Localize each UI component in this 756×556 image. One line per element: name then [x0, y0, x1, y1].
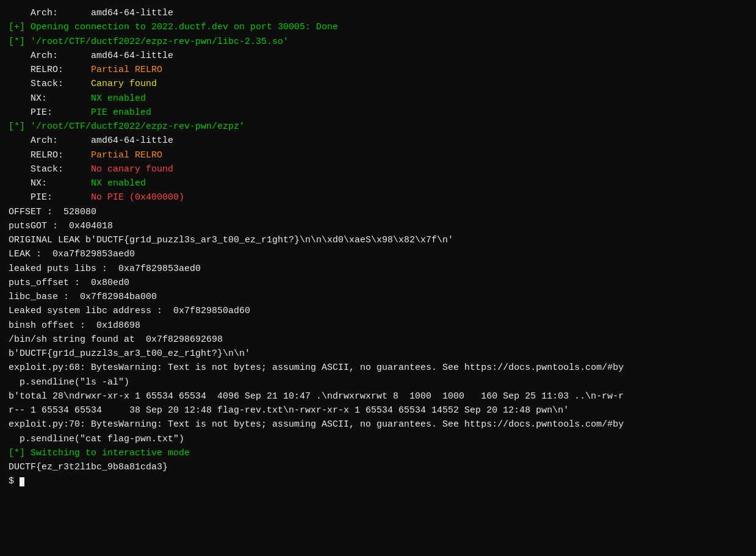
terminal-line: RELRO: Partial RELRO [9, 148, 747, 162]
terminal-line: p.sendline("cat flag-pwn.txt") [9, 432, 747, 446]
terminal-line: [*] Switching to interactive mode [9, 446, 747, 460]
terminal-line: DUCTF{ez_r3t2l1bc_9b8a81cda3} [9, 460, 747, 474]
terminal-line: NX: NX enabled [9, 92, 747, 106]
terminal-line: PIE: PIE enabled [9, 106, 747, 120]
terminal-line: leaked puts libs : 0xa7f829853aed0 [9, 262, 747, 276]
terminal-line: Arch: amd64-64-little [9, 6, 747, 20]
terminal-line: b'DUCTF{gr1d_puzzl3s_ar3_t00_ez_r1ght?}\… [9, 347, 747, 361]
terminal-output: Arch: amd64-64-little[+] Opening connect… [9, 6, 747, 489]
terminal-line: exploit.py:70: BytesWarning: Text is not… [9, 417, 747, 431]
terminal-line: OFFSET : 528080 [9, 205, 747, 219]
terminal-line: r-- 1 65534 65534 38 Sep 20 12:48 flag-r… [9, 403, 747, 417]
terminal-line: b'total 28\ndrwxr-xr-x 1 65534 65534 409… [9, 389, 747, 403]
terminal-line: LEAK : 0xa7f829853aed0 [9, 247, 747, 261]
terminal-line: PIE: No PIE (0x400000) [9, 190, 747, 204]
terminal-line: RELRO: Partial RELRO [9, 63, 747, 77]
terminal-line: ORIGINAL LEAK b'DUCTF{gr1d_puzzl3s_ar3_t… [9, 233, 747, 247]
terminal-line: Arch: amd64-64-little [9, 49, 747, 63]
terminal-line: Arch: amd64-64-little [9, 134, 747, 148]
cursor [20, 477, 24, 486]
terminal-line: Leaked system libc address : 0x7f829850a… [9, 304, 747, 318]
terminal-line: /bin/sh string found at 0x7f8298692698 [9, 333, 747, 347]
terminal-line: Stack: No canary found [9, 162, 747, 176]
terminal-line: Stack: Canary found [9, 77, 747, 91]
terminal-line: [*] '/root/CTF/ductf2022/ezpz-rev-pwn/ez… [9, 120, 747, 134]
terminal-line: p.sendline("ls -al") [9, 375, 747, 389]
terminal-line: putsGOT : 0x404018 [9, 219, 747, 233]
terminal-line: [*] '/root/CTF/ductf2022/ezpz-rev-pwn/li… [9, 35, 747, 49]
terminal-line: NX: NX enabled [9, 176, 747, 190]
terminal-line: binsh offset : 0x1d8698 [9, 319, 747, 333]
terminal-line: libc_base : 0x7f82984ba000 [9, 290, 747, 304]
terminal-line: $ [9, 474, 747, 488]
terminal-line: [+] Opening connection to 2022.ductf.dev… [9, 20, 747, 34]
terminal-line: puts_offset : 0x80ed0 [9, 276, 747, 290]
terminal-line: exploit.py:68: BytesWarning: Text is not… [9, 361, 747, 375]
